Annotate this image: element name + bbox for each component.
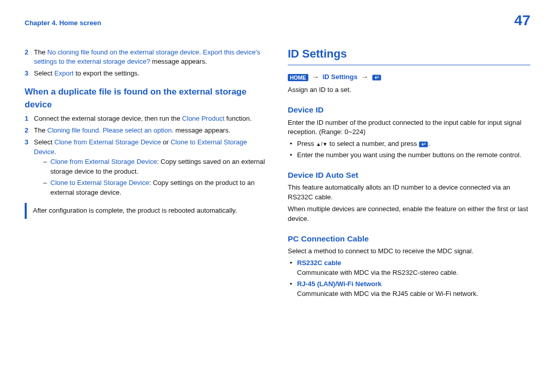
list-item: Enter the number you want using the numb… bbox=[290, 151, 530, 160]
body-text: or bbox=[161, 138, 171, 146]
left-column: The No cloning file found on the externa… bbox=[25, 46, 267, 301]
option-label: RS232C cable bbox=[297, 258, 530, 268]
list-item: Select Export to export the settings. bbox=[25, 69, 267, 79]
subsection-heading: PC Connection Cable bbox=[288, 233, 530, 245]
body-text: function. bbox=[225, 115, 252, 122]
body-text: to export the settings. bbox=[73, 69, 139, 77]
body-text: message appears. bbox=[174, 126, 231, 134]
list-item: RJ-45 (LAN)/Wi-Fi Network Communicate wi… bbox=[290, 279, 530, 299]
inline-blue-text: Clone Product bbox=[182, 115, 224, 122]
inline-blue-text: Export bbox=[54, 69, 74, 77]
list-item: Clone from External Storage Device: Copy… bbox=[43, 157, 267, 177]
right-column: ID Settings HOME → ID Settings → Assign … bbox=[288, 46, 530, 301]
subsection-heading: Device ID bbox=[288, 104, 530, 116]
chapter-reference: Chapter 4. Home screen bbox=[25, 18, 101, 28]
section-heading: ID Settings bbox=[288, 46, 530, 66]
body-text: The bbox=[34, 126, 47, 134]
body-text: Press bbox=[297, 140, 316, 147]
inline-blue-text: No cloning file found on the external st… bbox=[34, 48, 260, 66]
body-text: . bbox=[54, 148, 57, 156]
inline-blue-text: Clone from External Storage Device bbox=[50, 158, 157, 165]
body-text: to select a number, and press bbox=[327, 140, 419, 147]
list-item: Press ▲/▼ to select a number, and press … bbox=[290, 139, 530, 149]
body-text: When multiple devices are connected, ena… bbox=[288, 204, 530, 224]
note-text: After configuration is complete, the pro… bbox=[33, 207, 237, 214]
list-item: Clone to External Storage Device: Copy s… bbox=[43, 178, 267, 198]
home-chip-icon: HOME bbox=[288, 74, 308, 82]
arrow-icon: → bbox=[361, 73, 368, 81]
list-item: Connect the external storage device, the… bbox=[25, 114, 267, 124]
list-item: The Cloning file found. Please select an… bbox=[25, 126, 267, 136]
body-text: This feature automatically allots an ID … bbox=[288, 183, 530, 202]
body-text: Select bbox=[34, 69, 54, 77]
body-text: Assign an ID to a set. bbox=[288, 85, 530, 95]
page-number: 47 bbox=[514, 10, 530, 31]
body-text: Select a method to connect to MDC to rec… bbox=[288, 247, 530, 256]
body-text: Communicate with MDC via the RS232C-ster… bbox=[297, 268, 530, 278]
breadcrumb: HOME → ID Settings → bbox=[288, 72, 530, 82]
inline-blue-text: Clone from External Storage Device bbox=[54, 138, 161, 146]
note-box: After configuration is complete, the pro… bbox=[25, 203, 267, 219]
subsection-heading: Device ID Auto Set bbox=[288, 170, 530, 181]
subsection-heading: When a duplicate file is found on the ex… bbox=[25, 86, 267, 111]
body-text: Communicate with MDC via the RJ45 cable … bbox=[297, 289, 530, 299]
body-text: Select bbox=[34, 138, 54, 146]
body-text: Enter the ID number of the product conne… bbox=[288, 118, 530, 138]
arrow-icon: → bbox=[312, 73, 319, 81]
up-down-icon: ▲/▼ bbox=[316, 141, 328, 148]
inline-blue-text: Clone to External Storage Device bbox=[50, 179, 149, 186]
body-text: The bbox=[34, 48, 47, 56]
breadcrumb-item: ID Settings bbox=[323, 73, 358, 81]
list-item: Select Clone from External Storage Devic… bbox=[25, 138, 267, 198]
enter-icon bbox=[372, 74, 381, 81]
body-text: message appears. bbox=[150, 58, 207, 65]
inline-blue-text: Cloning file found. Please select an opt… bbox=[47, 126, 174, 134]
body-text: . bbox=[428, 140, 430, 147]
option-label: RJ-45 (LAN)/Wi-Fi Network bbox=[297, 279, 530, 289]
list-item: RS232C cable Communicate with MDC via th… bbox=[290, 258, 530, 278]
body-text: Connect the external storage device, the… bbox=[34, 115, 182, 122]
enter-icon bbox=[419, 141, 428, 147]
list-item: The No cloning file found on the externa… bbox=[25, 48, 267, 67]
